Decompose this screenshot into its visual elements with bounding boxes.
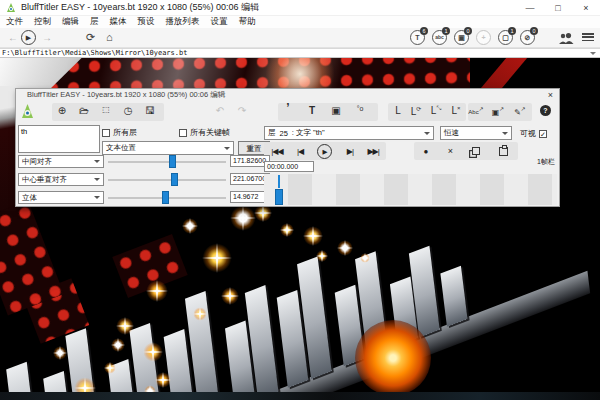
add-text-layer-icon[interactable]: T: [304, 105, 320, 116]
menu-playlist[interactable]: 播放列表: [166, 16, 200, 28]
orange-glow-orb: [355, 320, 431, 396]
sparkle-star: [155, 372, 171, 388]
text-layers-icon[interactable]: T6: [410, 30, 425, 45]
play-show-button[interactable]: ▶: [21, 30, 36, 45]
next-frame-button[interactable]: ▶|: [347, 147, 353, 156]
scale-layer-icon[interactable]: L⤡: [428, 105, 444, 116]
timeline[interactable]: [264, 174, 557, 205]
sparkle-star: [193, 307, 207, 321]
play-button[interactable]: ▶: [317, 144, 332, 159]
picture-layers-icon[interactable]: ▣0: [454, 30, 469, 45]
show-path[interactable]: F:\BluffTitler\Media\Shows\Mirror\10year…: [0, 49, 187, 57]
sparkle-star: [116, 317, 134, 335]
sparkle-star: [316, 250, 328, 262]
chevron-down-icon: [94, 178, 100, 181]
all-keyframes-checkbox[interactable]: 所有关键帧: [179, 127, 230, 138]
panel-logo-icon: [21, 104, 34, 119]
all-keyframes-box[interactable]: [179, 129, 187, 137]
app-logo-icon: [6, 3, 16, 13]
panel-toolbar: ⊕ 🗁 ⬚ ◷ 🖫 ↶ ↷ ’ T ▣ °o L L⟳ L⤡ L× Abc↗ ▣…: [16, 101, 559, 123]
all-layers-box[interactable]: [102, 129, 110, 137]
hamburger-menu-icon[interactable]: [582, 33, 594, 43]
transport-controls: |◀◀ |◀ ▶ ▶| ▶▶|: [264, 142, 386, 160]
visible-box[interactable]: ✓: [539, 130, 547, 138]
timeline-handle[interactable]: [275, 189, 283, 205]
paste-icon[interactable]: [499, 147, 508, 156]
maximize-button[interactable]: □: [544, 0, 572, 16]
delete-keyframe-button[interactable]: ×: [448, 146, 453, 156]
delete-layer-icon[interactable]: L×: [448, 105, 464, 116]
change-font-icon[interactable]: Abc↗: [468, 105, 484, 115]
add-picture-layer-icon[interactable]: ▣: [328, 105, 344, 116]
slider-handle[interactable]: [169, 155, 176, 168]
property-dropdown[interactable]: 文本位置: [102, 141, 234, 155]
slider-handle[interactable]: [171, 173, 178, 186]
menu-file[interactable]: 文件: [6, 16, 23, 28]
left-scene-sliver: [0, 86, 16, 211]
menu-edit[interactable]: 编辑: [62, 16, 79, 28]
sparkle-star: [53, 346, 67, 360]
resize-icon[interactable]: ⬚: [98, 105, 114, 114]
save-show-icon[interactable]: 🖫: [142, 105, 158, 116]
menu-control[interactable]: 控制: [34, 16, 51, 28]
menu-presets[interactable]: 预设: [138, 16, 155, 28]
menu-settings[interactable]: 设置: [211, 16, 228, 28]
redo-icon: ↷: [234, 105, 250, 116]
forward-icon[interactable]: →: [42, 32, 52, 43]
text-layers-badge: 6: [420, 27, 428, 35]
window-layers-icon[interactable]: ▢1: [498, 30, 513, 45]
layer-dropdown[interactable]: 层 25 : 文字 "th": [264, 126, 434, 140]
change-style-icon[interactable]: ✎↗: [512, 105, 528, 117]
abc-layers-icon[interactable]: abc1: [432, 30, 447, 45]
sparkle-star: [360, 253, 370, 263]
change-texture-icon[interactable]: ▣↗: [490, 105, 506, 117]
layer-icon[interactable]: L: [390, 105, 406, 116]
property-row-dropdown[interactable]: 中心垂直对齐: [18, 173, 104, 186]
home-icon[interactable]: ⌂: [106, 31, 113, 43]
sparkle-star: [146, 280, 168, 302]
copy-icon[interactable]: [472, 147, 480, 155]
timeline-cursor[interactable]: [278, 175, 280, 188]
refresh-icon[interactable]: ⟳: [86, 31, 95, 44]
community-icon[interactable]: [558, 33, 574, 44]
menu-layer[interactable]: 层: [90, 16, 99, 28]
prev-frame-button[interactable]: |◀: [297, 147, 303, 156]
open-show-icon[interactable]: 🗁: [76, 105, 92, 116]
back-icon[interactable]: ←: [8, 32, 18, 43]
all-layers-checkbox[interactable]: 所有层: [102, 127, 137, 138]
path-dropdown-icon[interactable]: [590, 52, 596, 55]
abc-layers-badge: 1: [442, 27, 450, 35]
close-button[interactable]: ×: [572, 0, 600, 16]
visible-checkbox[interactable]: 可视 ✓: [520, 128, 547, 139]
menu-media[interactable]: 媒体: [110, 16, 127, 28]
prop-slider-1[interactable]: [108, 173, 226, 186]
prop-slider-0[interactable]: [108, 155, 226, 168]
window-title: BluffTitler EASY - 10years.bt 1920 x 108…: [21, 1, 259, 14]
time-display[interactable]: 00:00.000: [264, 161, 314, 172]
sparkle-star: [182, 218, 198, 234]
text-content-input[interactable]: th: [18, 125, 100, 153]
prop-slider-2[interactable]: [108, 191, 226, 204]
frames-label: 1帧栏: [537, 157, 555, 167]
rotate-layer-icon[interactable]: L⟳: [408, 105, 424, 117]
comma-icon[interactable]: ’: [280, 101, 296, 115]
menu-help[interactable]: 帮助: [239, 16, 256, 28]
property-row-dropdown[interactable]: 立体: [18, 191, 104, 204]
go-start-button[interactable]: |◀◀: [271, 147, 282, 156]
new-show-icon[interactable]: ⊕: [54, 105, 70, 116]
record-keyframe-button[interactable]: ●: [424, 147, 429, 156]
speed-dropdown[interactable]: 恒速: [440, 126, 512, 140]
sparkle-star: [303, 226, 323, 246]
slider-handle[interactable]: [162, 191, 169, 204]
duration-clock-icon[interactable]: ◷: [120, 105, 136, 116]
chevron-down-icon: [94, 196, 100, 199]
panel-header: BluffTitler EASY - 10years.bt 1920 x 108…: [16, 89, 559, 101]
panel-close-icon[interactable]: ×: [548, 90, 559, 100]
chevron-down-icon: [502, 132, 508, 135]
minimize-button[interactable]: —: [516, 0, 544, 16]
go-end-button[interactable]: ▶▶|: [367, 147, 378, 156]
clock-layers-icon[interactable]: ⊘0: [520, 30, 535, 45]
add-particle-layer-icon[interactable]: °o: [352, 105, 368, 112]
help-icon[interactable]: ?: [540, 105, 551, 116]
property-row-dropdown[interactable]: 中间对齐: [18, 155, 104, 168]
